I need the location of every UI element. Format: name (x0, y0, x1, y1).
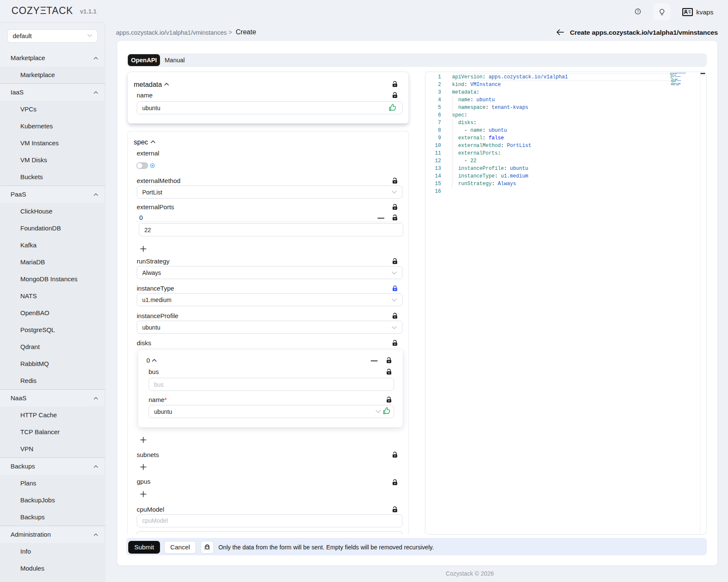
svg-text:?: ? (637, 9, 639, 14)
